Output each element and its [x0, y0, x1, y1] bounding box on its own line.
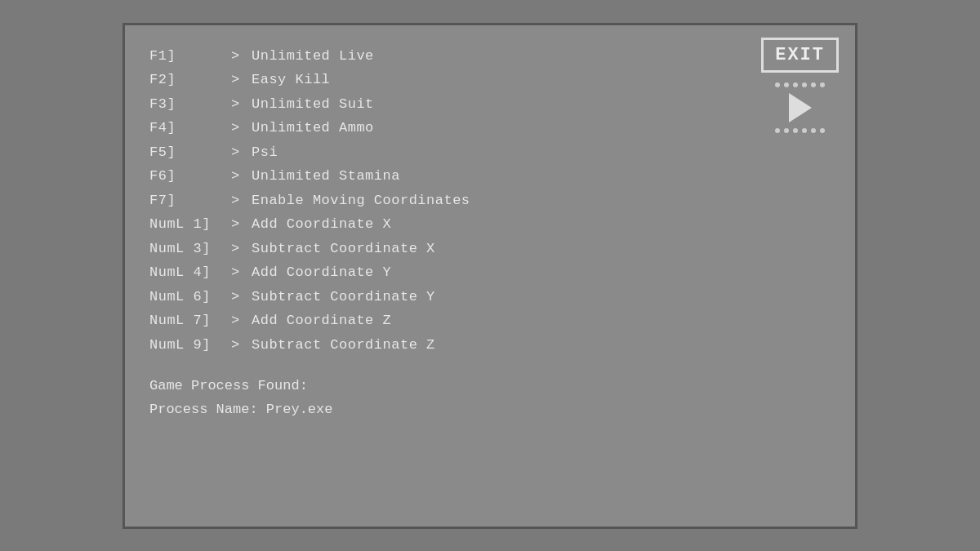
menu-item-arrow: > [231, 166, 252, 187]
menu-item-label: Subtract Coordinate X [252, 238, 435, 260]
menu-item[interactable]: NumL 4]>Add Coordinate Y [149, 262, 831, 283]
menu-item-arrow: > [231, 142, 252, 163]
dot [820, 82, 825, 87]
exit-button[interactable]: EXIT [761, 38, 839, 73]
menu-item-key: F1] [149, 46, 231, 67]
dot [793, 128, 798, 133]
dot [793, 82, 798, 87]
dot [784, 82, 789, 87]
dots-bottom [775, 128, 825, 133]
dot [811, 128, 816, 133]
menu-item-label: Unlimited Suit [252, 94, 374, 115]
menu-item-key: NumL 3] [149, 238, 231, 260]
footer: Game Process Found: Process Name: Prey.e… [149, 375, 831, 422]
dot [775, 82, 780, 87]
menu-item-key: F6] [149, 166, 231, 187]
menu-item-key: NumL 4] [149, 262, 231, 283]
menu-item-arrow: > [231, 310, 252, 331]
dot [802, 128, 807, 133]
menu-item[interactable]: NumL 9]>Subtract Coordinate Z [149, 335, 831, 356]
menu-item[interactable]: NumL 6]>Subtract Coordinate Y [149, 287, 831, 308]
menu-item-label: Add Coordinate X [252, 214, 391, 235]
menu-item-arrow: > [231, 190, 252, 211]
menu-item[interactable]: F6]>Unlimited Stamina [149, 166, 831, 187]
menu-item[interactable]: F4]>Unlimited Ammo [149, 118, 831, 139]
menu-item[interactable]: F7]>Enable Moving Coordinates [149, 190, 831, 211]
menu-item-key: F2] [149, 69, 231, 91]
dot [775, 128, 780, 133]
main-container: EXIT F1]>Unlimited LiveF2]>Easy KillF [122, 23, 858, 529]
menu-item-key: NumL 9] [149, 335, 231, 356]
menu-item-label: Subtract Coordinate Z [252, 335, 435, 356]
menu-item-label: Add Coordinate Z [252, 310, 391, 331]
menu-item-key: NumL 6] [149, 287, 231, 308]
menu-item-arrow: > [231, 69, 252, 91]
menu-item-arrow: > [231, 46, 252, 67]
menu-item-label: Unlimited Live [252, 46, 374, 67]
menu-item-arrow: > [231, 287, 252, 308]
menu-item-label: Add Coordinate Y [252, 262, 391, 283]
play-icon-container [775, 82, 825, 133]
dot [811, 82, 816, 87]
menu-item-label: Enable Moving Coordinates [252, 190, 470, 211]
menu-item-label: Easy Kill [252, 69, 330, 91]
menu-item-arrow: > [231, 118, 252, 139]
menu-item[interactable]: F5]>Psi [149, 142, 831, 163]
menu-item[interactable]: F2]>Easy Kill [149, 69, 831, 91]
menu-item-label: Subtract Coordinate Y [252, 287, 435, 308]
menu-item-arrow: > [231, 214, 252, 235]
menu-item-key: F3] [149, 94, 231, 115]
menu-item-arrow: > [231, 238, 252, 260]
menu-item[interactable]: NumL 7]>Add Coordinate Z [149, 310, 831, 331]
menu-item[interactable]: F1]>Unlimited Live [149, 46, 831, 67]
footer-line1: Game Process Found: [149, 375, 831, 398]
menu-item-key: NumL 7] [149, 310, 231, 331]
dot [802, 82, 807, 87]
menu-item-label: Unlimited Ammo [252, 118, 374, 139]
dot [820, 128, 825, 133]
play-icon [789, 93, 812, 122]
top-right-controls: EXIT [761, 38, 839, 133]
menu-item-arrow: > [231, 335, 252, 356]
menu-item[interactable]: NumL 1]>Add Coordinate X [149, 214, 831, 235]
menu-item-key: NumL 1] [149, 214, 231, 235]
menu-item-key: F5] [149, 142, 231, 163]
menu-item[interactable]: F3]>Unlimited Suit [149, 94, 831, 115]
dot [784, 128, 789, 133]
menu-item-label: Unlimited Stamina [252, 166, 400, 187]
menu-item-arrow: > [231, 262, 252, 283]
menu-list: F1]>Unlimited LiveF2]>Easy KillF3]>Unlim… [149, 46, 831, 356]
dots-top [775, 82, 825, 87]
menu-item-label: Psi [252, 142, 278, 163]
footer-line2: Process Name: Prey.exe [149, 398, 831, 422]
menu-item[interactable]: NumL 3]>Subtract Coordinate X [149, 238, 831, 260]
menu-item-key: F4] [149, 118, 231, 139]
menu-item-key: F7] [149, 190, 231, 211]
menu-item-arrow: > [231, 94, 252, 115]
